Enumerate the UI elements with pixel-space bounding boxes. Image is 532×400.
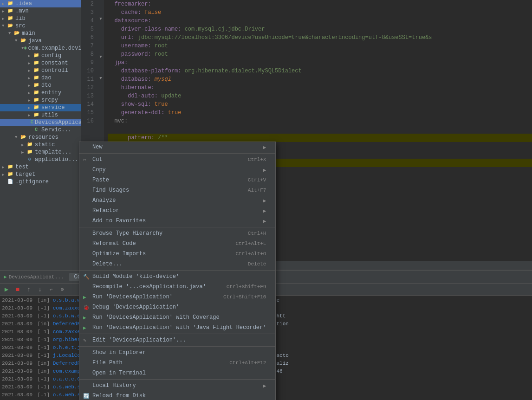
sidebar-item-mvn[interactable]: ▶ 📁 .mvn	[0, 7, 81, 15]
sidebar-item-config[interactable]: ▶ 📁 config	[0, 52, 81, 59]
menu-label: Open in Terminal	[92, 370, 146, 376]
sidebar-item-main[interactable]: ▼ 📂 main	[0, 30, 81, 37]
sidebar-item-srcpy[interactable]: ▶ 📁 srcpy	[0, 97, 81, 104]
stop-button[interactable]: ■	[13, 285, 22, 294]
log-timestamp: 2021-03-09	[2, 383, 32, 391]
log-timestamp: 2021-03-09	[2, 336, 32, 344]
sidebar-item-src[interactable]: ▼ 📂 src	[0, 22, 81, 30]
sidebar-item-application[interactable]: ▶ ⚙ applicatio...	[0, 156, 81, 163]
sidebar-item-package[interactable]: ▼ ◉ com.example.devices	[0, 45, 81, 52]
log-timestamp: 2021-03-09	[2, 297, 32, 304]
folder-icon: 📁	[26, 142, 33, 148]
down-button[interactable]: ↓	[35, 285, 45, 294]
sidebar-label: constant	[41, 60, 68, 66]
menu-item-run-flight[interactable]: ▶ Run 'DevicesApplication' with 'Java Fl…	[79, 323, 275, 333]
log-thread: [in]	[34, 360, 53, 368]
collapse-arrow: ▶	[28, 53, 32, 58]
sidebar-item-constant[interactable]: ▶ 📁 constant	[0, 59, 81, 67]
menu-item-edit-config[interactable]: ✎ Edit 'DevicesApplication'...	[79, 335, 275, 345]
rerun-button[interactable]: ▶	[2, 285, 11, 294]
fold-btn[interactable]: ▼	[97, 17, 104, 21]
fold-btn[interactable]: ▼	[97, 76, 104, 81]
menu-item-local-history[interactable]: Local History ▶	[79, 381, 275, 391]
sidebar-item-resources[interactable]: ▼ 📂 resources	[0, 134, 81, 141]
log-thread: [in]	[34, 297, 53, 304]
sidebar-item-gitignore[interactable]: ▶ 📄 .gitignore	[0, 178, 81, 186]
folder-icon: 📁	[32, 67, 40, 74]
sidebar-item-lib[interactable]: ▶ 📁 lib	[0, 15, 81, 22]
code-line: password: root	[108, 50, 532, 58]
menu-item-optimize-imports[interactable]: Optimize Imports Ctrl+Alt+O	[79, 249, 275, 259]
menu-item-debug-app[interactable]: 🐞 Debug 'DevicesApplication'	[79, 302, 275, 312]
sidebar-item-java[interactable]: ▼ 📂 java	[0, 37, 81, 45]
sidebar-item-templates[interactable]: ▶ 📁 template...	[0, 148, 81, 156]
settings-button[interactable]: ⚙	[58, 285, 67, 294]
log-timestamp: 2021-03-09	[2, 375, 32, 383]
sidebar-item-idea[interactable]: ▶ 📁 .idea	[0, 0, 81, 7]
line-num: 7	[81, 42, 94, 50]
sidebar-item-target[interactable]: ▶ 📁 target	[0, 171, 81, 178]
context-menu: New ▶ ✂ Cut Ctrl+X Copy ▶ Paste Ctrl+V F…	[79, 142, 276, 400]
sidebar-item-static[interactable]: ▶ 📁 static	[0, 141, 81, 148]
collapse-arrow: ▶	[28, 76, 32, 81]
menu-item-build-module[interactable]: 🔨 Build Module 'kilo-device'	[79, 271, 275, 282]
menu-item-refactor[interactable]: Refactor ▶	[79, 206, 275, 216]
menu-item-paste[interactable]: Paste Ctrl+V	[79, 175, 275, 185]
code-line: hibernate:	[108, 84, 532, 92]
code-line: datasource:	[108, 17, 532, 25]
menu-item-file-path[interactable]: File Path Ctrl+Alt+F12	[79, 358, 275, 368]
menu-item-run-coverage[interactable]: ▶ Run 'DevicesApplication' with Coverage	[79, 312, 275, 323]
menu-item-reload[interactable]: 🔄 Reload from Disk	[79, 391, 275, 400]
menu-item-delete[interactable]: Delete... Delete	[79, 259, 275, 269]
collapse-arrow: ▶	[28, 113, 32, 118]
menu-item-cut[interactable]: ✂ Cut Ctrl+X	[79, 155, 275, 165]
menu-item-run-app[interactable]: ▶ Run 'DevicesApplication' Ctrl+Shift+F1…	[79, 292, 275, 302]
menu-item-open-terminal[interactable]: Open in Terminal	[79, 368, 275, 378]
sidebar-label: .idea	[15, 0, 32, 7]
menu-item-reformat[interactable]: Reformat Code Ctrl+Alt+L	[79, 239, 275, 249]
code-line: freemarker:	[108, 0, 532, 8]
menu-item-new[interactable]: New ▶	[79, 142, 275, 152]
menu-item-analyze[interactable]: Analyze ▶	[79, 195, 275, 206]
line-num: 8	[81, 50, 94, 58]
run-icon: ▶	[4, 274, 7, 280]
sidebar-label: dto	[41, 82, 52, 89]
menu-item-show-explorer[interactable]: Show in Explorer	[79, 348, 275, 358]
wrap-button[interactable]: ↩	[46, 285, 56, 294]
log-timestamp: 2021-03-09	[2, 391, 32, 399]
log-thread: [-1]	[34, 304, 53, 312]
up-button[interactable]: ↑	[24, 285, 33, 294]
menu-item-find-usages[interactable]: Find Usages Alt+F7	[79, 185, 275, 195]
sidebar-item-service-app[interactable]: ▶ C Servic...	[0, 126, 81, 134]
code-line-highlighted: pattern: /**	[108, 134, 532, 142]
sidebar-item-devices-app[interactable]: ▶ C DevicesApplicat...	[0, 119, 81, 126]
code-line: username: root	[108, 42, 532, 50]
line-num: 16	[81, 117, 94, 125]
sidebar-label: target	[15, 171, 35, 178]
sidebar-item-dto[interactable]: ▶ 📁 dto	[0, 82, 81, 89]
collapse-arrow: ▼	[8, 31, 13, 36]
run-icon: ▶	[83, 294, 86, 300]
log-thread: [in]	[34, 368, 53, 375]
collapse-arrow: ▶	[28, 61, 32, 66]
sidebar-item-service[interactable]: ▶ 📁 service	[0, 104, 81, 111]
fold-btn[interactable]: ▼	[97, 55, 104, 59]
menu-separator	[79, 379, 275, 380]
folder-icon: 📁	[32, 112, 40, 118]
sidebar-item-dao[interactable]: ▶ 📁 dao	[0, 74, 81, 82]
menu-item-add-favorites[interactable]: Add to Favorites ▶	[79, 216, 275, 226]
menu-label: Delete...	[92, 261, 123, 267]
menu-item-copy[interactable]: Copy ▶	[79, 165, 275, 175]
menu-item-browse-hierarchy[interactable]: Browse Type Hierarchy Ctrl+H	[79, 228, 275, 239]
sidebar-item-controll[interactable]: ▶ 📁 controll	[0, 67, 81, 74]
shortcut-label: Alt+F7	[239, 187, 266, 193]
sidebar-item-utils[interactable]: ▶ 📁 utils	[0, 111, 81, 119]
sidebar-label: dao	[41, 75, 52, 81]
menu-item-recompile[interactable]: Recompile '...cesApplication.java' Ctrl+…	[79, 282, 275, 292]
line-num: 11	[81, 75, 94, 84]
collapse-arrow: ▼	[15, 39, 19, 43]
sidebar-scroll[interactable]: ▶ 📁 .idea ▶ 📁 .mvn ▶ 📁 lib	[0, 0, 81, 270]
sidebar-label: lib	[15, 15, 26, 22]
sidebar-item-entity[interactable]: ▶ 📁 entity	[0, 89, 81, 97]
sidebar-item-test[interactable]: ▶ 📁 test	[0, 163, 81, 171]
